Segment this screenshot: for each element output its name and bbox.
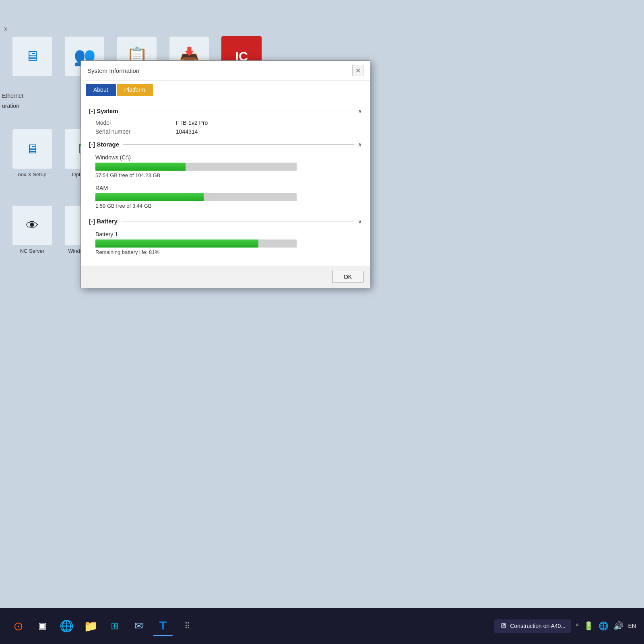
taskbar: ⊙ ▣ 🌐 📁 ⊞ ✉ T ⠿ 🖥 Construction on A40...… bbox=[0, 608, 644, 644]
system-info-dialog: System Information ✕ About Platform [-] … bbox=[80, 60, 370, 288]
taskbar-app-label[interactable]: 🖥 Construction on A40... bbox=[494, 619, 571, 633]
ram-progress bbox=[95, 193, 297, 201]
battery-1-item: Battery 1 Remaining battery life: 81% bbox=[89, 229, 362, 259]
taskbar-store[interactable]: ⊞ bbox=[105, 616, 125, 636]
section-storage-title: [-] Storage bbox=[89, 141, 119, 148]
system-model-row: Model FTB-1v2 Pro bbox=[89, 118, 362, 127]
taskbar-media[interactable]: ▣ bbox=[32, 616, 52, 636]
battery-1-text: Remaining battery life: 81% bbox=[95, 249, 355, 255]
section-battery-header: [-] Battery ∨ bbox=[89, 218, 362, 225]
ram-text: 1.59 GB free of 3.44 GB bbox=[95, 203, 355, 209]
taskbar-grid[interactable]: ⠿ bbox=[177, 616, 197, 636]
desktop: 🖥 👥 📋 📥 IC Ethernet uration 🖥 oox X Setu… bbox=[0, 0, 644, 644]
system-model-label: Model bbox=[95, 120, 176, 126]
section-battery-chevron[interactable]: ∨ bbox=[358, 218, 362, 225]
taskbar-mail[interactable]: ✉ bbox=[129, 616, 149, 636]
battery-1-fill bbox=[95, 239, 258, 248]
taskbar-t-app[interactable]: T bbox=[153, 616, 173, 636]
taskbar-battery-icon: 🔋 bbox=[584, 621, 594, 631]
dialog-titlebar: System Information ✕ bbox=[81, 61, 370, 80]
dialog-footer: OK bbox=[81, 266, 370, 288]
section-storage-header: [-] Storage ∧ bbox=[89, 141, 362, 148]
dialog-tabs: About Platform bbox=[81, 80, 370, 96]
dialog-container: System Information ✕ About Platform [-] … bbox=[80, 60, 370, 288]
system-serial-value: 1044314 bbox=[176, 128, 198, 135]
dialog-body: [-] System ∧ Model FTB-1v2 Pro Serial nu… bbox=[81, 96, 370, 266]
section-system-line bbox=[122, 111, 354, 111]
bg-icon-ethernet: 🖥 bbox=[12, 36, 52, 76]
battery-1-progress bbox=[95, 239, 297, 248]
bg-icon-eye: 👁 NC Server bbox=[12, 205, 52, 254]
edge-ethernet-label: Ethernet bbox=[2, 93, 23, 99]
ram-label: RAM bbox=[95, 185, 355, 191]
section-system-chevron[interactable]: ∧ bbox=[358, 108, 362, 114]
edge-uration-label: uration bbox=[2, 103, 19, 109]
taskbar-chevron[interactable]: ^ bbox=[576, 623, 579, 629]
storage-windows-drive: Windows (C:\) 57.54 GB free of 104.23 GB bbox=[89, 152, 362, 182]
bg-icon-row2-left: 🖥 oox X Setup bbox=[12, 129, 52, 178]
system-serial-label: Serial number bbox=[95, 128, 176, 135]
section-battery-title: [-] Battery bbox=[89, 218, 118, 225]
taskbar-right: 🖥 Construction on A40... ^ 🔋 🌐 🔊 EN bbox=[494, 619, 636, 633]
section-system-title: [-] System bbox=[89, 107, 118, 114]
system-model-value: FTB-1v2 Pro bbox=[176, 120, 208, 126]
taskbar-start[interactable]: ⊙ bbox=[8, 616, 28, 636]
tab-about[interactable]: About bbox=[86, 84, 116, 96]
taskbar-edge[interactable]: 🌐 bbox=[56, 616, 76, 636]
section-storage-line bbox=[123, 144, 354, 144]
dialog-title: System Information bbox=[87, 67, 139, 74]
storage-ram: RAM 1.59 GB free of 3.44 GB bbox=[89, 182, 362, 213]
taskbar-app-text: Construction on A40... bbox=[510, 623, 566, 629]
taskbar-lang: EN bbox=[628, 623, 636, 629]
taskbar-volume-icon[interactable]: 🔊 bbox=[613, 621, 623, 631]
section-storage-chevron[interactable]: ∧ bbox=[358, 141, 362, 148]
ok-button[interactable]: OK bbox=[332, 271, 363, 283]
windows-drive-fill bbox=[95, 163, 186, 171]
taskbar-globe-icon[interactable]: 🌐 bbox=[599, 621, 609, 631]
section-battery-line bbox=[122, 221, 354, 221]
taskbar-folder[interactable]: 📁 bbox=[80, 616, 101, 636]
windows-drive-progress bbox=[95, 163, 297, 171]
section-system-header: [-] System ∧ bbox=[89, 107, 362, 114]
windows-drive-text: 57.54 GB free of 104.23 GB bbox=[95, 172, 355, 178]
ram-fill bbox=[95, 193, 204, 201]
bg-icon-left-partial: 🖥 bbox=[12, 36, 52, 76]
system-serial-row: Serial number 1044314 bbox=[89, 127, 362, 136]
dialog-close-button[interactable]: ✕ bbox=[352, 65, 363, 76]
windows-drive-label: Windows (C:\) bbox=[95, 154, 355, 161]
window-title-partial: X bbox=[4, 26, 8, 32]
taskbar-display-icon: 🖥 bbox=[500, 622, 507, 630]
tab-platform[interactable]: Platform bbox=[117, 84, 153, 96]
bg-label-nc: NC Server bbox=[20, 248, 45, 254]
battery-1-label: Battery 1 bbox=[95, 231, 355, 237]
bg-label-oox: oox X Setup bbox=[18, 171, 47, 178]
